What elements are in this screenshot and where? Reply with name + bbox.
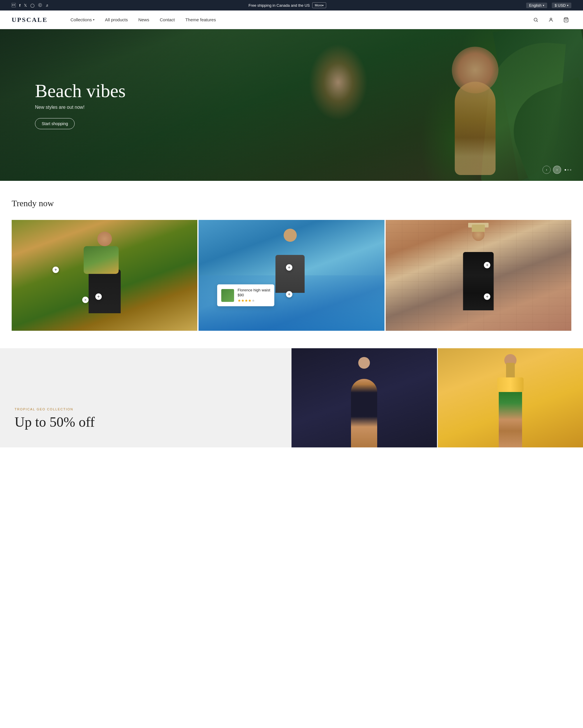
pinterest-icon[interactable]: Ⓒ [38,3,42,8]
tooltip-info: Florence high waist $90 ★★★★★ [238,288,270,303]
nav-links: Collections ▾ All products News Contact … [65,10,530,29]
account-button[interactable] [546,15,556,25]
social-links:  f 𝕏 ◯ Ⓒ ♬ [12,3,48,8]
hotspot-1a[interactable] [53,266,59,273]
chevron-down-icon: ▾ [567,4,568,7]
tooltip-product-price: $90 [238,293,270,297]
twitter-icon[interactable]: 𝕏 [24,3,27,7]
chevron-down-icon: ▾ [322,4,324,7]
shipping-text: Free shipping in Canada and the US [248,3,310,7]
svg-line-1 [537,21,537,22]
collection-tag: TROPICAL GEO COLLECTION [15,408,277,411]
navbar: UPSCALE Collections ▾ All products News … [0,10,583,29]
facebook-icon[interactable]:  [12,3,16,7]
nav-item-theme-features[interactable]: Theme features [180,10,221,29]
product-image-1 [12,220,197,331]
chevron-right-icon: › [556,168,558,172]
search-button[interactable] [530,15,541,25]
collection-info: TROPICAL GEO COLLECTION Up to 50% off [0,348,292,447]
nav-item-contact[interactable]: Contact [155,10,180,29]
trendy-section: Trendy now × [0,181,583,348]
hero-prev-button[interactable]: ‹ [543,166,551,174]
shipping-notice: Free shipping in Canada and the US More … [248,2,326,8]
facebook-icon[interactable]: f [19,3,20,7]
hero-dot-3[interactable] [570,169,571,171]
currency-selector[interactable]: $ USD ▾ [552,3,571,8]
cart-icon [563,17,569,23]
hero-dots [565,169,571,171]
hotspot-3b[interactable] [484,293,490,300]
cart-button[interactable] [561,15,571,25]
start-shopping-button[interactable]: Start shopping [35,118,75,129]
tooltip-product-name: Florence high waist [238,288,270,292]
chevron-down-icon: ▾ [93,18,94,21]
collection-images [292,348,583,447]
instagram-icon[interactable]: ◯ [30,3,35,7]
hotspot-2b[interactable] [286,291,293,297]
close-tooltip-button[interactable]: × [82,296,89,303]
hotspot-1b[interactable] [95,293,102,300]
product-card-1[interactable]: × [12,220,197,331]
site-logo[interactable]: UPSCALE [12,16,48,24]
hero-navigation: ‹ › [543,166,571,174]
hero-title: Beach vibes [35,81,126,101]
collection-banner: TROPICAL GEO COLLECTION Up to 50% off [0,348,583,447]
top-bar-right: English ▾ $ USD ▾ [526,3,571,8]
hero-content: Beach vibes New styles are out now! Star… [0,81,126,129]
hero-next-button[interactable]: › [553,166,561,174]
chevron-left-icon: ‹ [546,168,547,172]
product-image-2 [198,220,384,331]
search-icon [533,17,538,23]
account-icon [548,17,554,23]
product-grid: × Florence high waist $90 ★★★★★ [12,220,571,331]
hotspot-2a[interactable] [286,264,293,271]
more-button[interactable]: More ▾ [312,2,326,8]
svg-point-0 [534,18,537,21]
hero-section: Beach vibes New styles are out now! Star… [0,29,583,181]
product-card-3[interactable] [386,220,571,331]
top-bar:  f 𝕏 ◯ Ⓒ ♬ Free shipping in Canada and … [0,0,583,10]
tiktok-icon[interactable]: ♬ [46,3,48,7]
collection-title: Up to 50% off [15,414,277,430]
tooltip-product-rating: ★★★★★ [238,298,270,303]
section-title: Trendy now [12,198,571,208]
collection-image-1 [292,348,437,447]
svg-point-2 [550,18,552,20]
tooltip-product-image [221,289,234,302]
hero-subtitle: New styles are out now! [35,105,126,110]
chevron-down-icon: ▾ [543,4,544,7]
language-selector[interactable]: English ▾ [526,3,547,8]
product-tooltip: Florence high waist $90 ★★★★★ [217,284,274,306]
hero-dot-1[interactable] [565,169,566,171]
product-image-3 [386,220,571,331]
nav-item-news[interactable]: News [133,10,155,29]
collection-image-2 [438,348,583,447]
hero-dot-2[interactable] [567,169,569,171]
nav-icons [530,15,571,25]
nav-item-all-products[interactable]: All products [100,10,133,29]
product-card-2[interactable]: Florence high waist $90 ★★★★★ [198,220,384,331]
nav-item-collections[interactable]: Collections ▾ [65,10,100,29]
